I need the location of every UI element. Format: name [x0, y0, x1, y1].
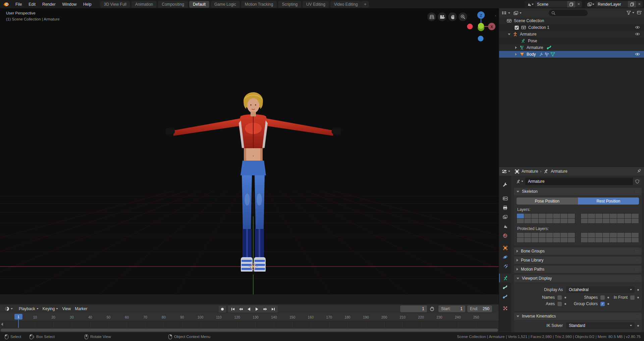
layer-cell[interactable] [625, 219, 632, 223]
expand-arrow[interactable] [508, 34, 511, 35]
timeline-view-menu[interactable]: View [60, 305, 73, 312]
layer-cell[interactable] [546, 238, 553, 242]
layer-cell[interactable] [531, 238, 538, 242]
layer-cell[interactable] [560, 233, 568, 237]
gizmo-x-neg[interactable] [467, 24, 473, 30]
outliner-row-scene-collection[interactable]: Scene Collection [499, 17, 644, 24]
layer-cell[interactable] [524, 219, 531, 223]
pan-view-button[interactable] [448, 12, 457, 21]
workspace-tab-3d-view-full[interactable]: 3D View Full [100, 1, 130, 8]
next-keyframe-button[interactable] [261, 306, 269, 312]
display-as-dropdown[interactable]: Octahedral [566, 286, 635, 293]
use-preview-range-toggle[interactable] [428, 305, 436, 312]
outliner-row-armature-object[interactable]: Armature [499, 31, 644, 38]
tab-object-data-armature[interactable] [499, 274, 511, 282]
layer-cell[interactable] [581, 214, 588, 218]
group-colors-checkbox[interactable]: ✓ [600, 302, 605, 306]
tab-output[interactable] [499, 203, 511, 212]
prev-keyframe-button[interactable] [237, 306, 245, 312]
fake-user-shield-button[interactable] [633, 178, 642, 185]
menu-edit[interactable]: Edit [25, 1, 39, 8]
layer-cell[interactable] [560, 238, 568, 242]
renderlayer-remove-button[interactable]: ✕ [636, 1, 643, 7]
layer-cell[interactable] [581, 233, 588, 237]
outliner-row-collection-1[interactable]: Collection 1 [499, 24, 644, 31]
layer-cell[interactable] [625, 238, 632, 242]
tab-physics[interactable] [499, 253, 511, 262]
layer-cell[interactable] [617, 219, 624, 223]
animate-dot[interactable] [637, 289, 639, 291]
jump-to-start-button[interactable] [229, 306, 236, 312]
names-checkbox[interactable] [557, 295, 562, 300]
new-collection-button[interactable] [637, 10, 642, 15]
jump-to-end-button[interactable] [269, 306, 277, 312]
layer-cell[interactable] [588, 214, 595, 218]
blender-logo[interactable] [3, 2, 9, 7]
layer-cell[interactable] [568, 233, 575, 237]
layer-cell[interactable] [539, 214, 546, 218]
workspace-tab-video-editing[interactable]: Video Editing [330, 1, 362, 8]
outliner-row-armature-data[interactable]: Armature [499, 44, 644, 51]
layer-cell[interactable] [625, 233, 632, 237]
tab-render[interactable] [499, 194, 511, 203]
workspace-tab-game-logic[interactable]: Game Logic [211, 1, 240, 8]
tab-object[interactable] [499, 243, 511, 252]
tab-view-layer[interactable] [499, 213, 511, 221]
origin-3d-cursor[interactable] [248, 261, 259, 272]
timeline-editor-type-dropdown[interactable] [3, 305, 15, 312]
layer-cell[interactable] [546, 219, 553, 223]
outliner-filter-source-dropdown[interactable] [513, 10, 522, 16]
menu-render[interactable]: Render [39, 1, 59, 8]
layer-cell[interactable] [524, 214, 531, 218]
layer-cell[interactable] [517, 214, 524, 218]
tab-tool[interactable] [499, 180, 511, 189]
pose-position-button[interactable]: Pose Position [517, 197, 578, 205]
scene-selector[interactable]: Scene ✕ [525, 1, 582, 7]
expand-arrow[interactable] [515, 46, 517, 49]
frame-start-field[interactable]: Start:1 [438, 305, 465, 312]
layer-cell[interactable] [517, 238, 524, 242]
play-reverse-button[interactable] [245, 306, 253, 312]
panel-pose-library-header[interactable]: Pose Library ::: [514, 257, 642, 264]
properties-editor-type-dropdown[interactable] [502, 169, 510, 174]
layer-cell[interactable] [539, 238, 546, 242]
timeline-track[interactable] [0, 321, 499, 328]
layer-cell[interactable] [595, 233, 602, 237]
timeline-ruler[interactable]: 1020304050607080901001101201301401501601… [0, 313, 499, 321]
workspace-tab-motion-tracking[interactable]: Motion Tracking [241, 1, 277, 8]
layer-cell[interactable] [603, 214, 610, 218]
layer-cell[interactable] [539, 219, 546, 223]
layer-cell[interactable] [568, 219, 575, 223]
tab-scene[interactable] [499, 222, 511, 231]
layer-cell[interactable] [588, 219, 595, 223]
layer-cell[interactable] [517, 233, 524, 237]
layer-cell[interactable] [546, 214, 553, 218]
layer-cell[interactable] [524, 233, 531, 237]
rest-position-button[interactable]: Rest Position [578, 197, 639, 205]
layer-cell[interactable] [553, 214, 560, 218]
play-button[interactable] [253, 306, 261, 312]
layer-cell[interactable] [595, 238, 602, 242]
panel-bone-groups-header[interactable]: Bone Groups ::: [514, 247, 642, 255]
tab-object-constraints[interactable] [499, 262, 511, 271]
tab-world[interactable] [499, 231, 511, 240]
in-front-checkbox[interactable] [630, 295, 635, 300]
workspace-tab-default[interactable]: Default [189, 1, 209, 8]
scene-unlink-button[interactable]: ✕ [575, 1, 582, 7]
panel-viewport-display-header[interactable]: Viewport Display ::: [514, 275, 642, 282]
layer-cell[interactable] [603, 238, 610, 242]
outliner-search-input[interactable] [549, 10, 588, 16]
layer-cell[interactable] [568, 214, 575, 218]
layer-cell[interactable] [617, 238, 624, 242]
layer-cell[interactable] [632, 233, 639, 237]
layer-cell[interactable] [588, 233, 595, 237]
frame-end-field[interactable]: End:250 [467, 305, 492, 312]
outliner-filter-dropdown[interactable] [627, 10, 634, 15]
renderlayer-name[interactable]: RenderLayer [596, 2, 628, 7]
layer-cell[interactable] [553, 238, 560, 242]
breadcrumb-data[interactable]: Armature [551, 169, 567, 174]
layer-cell[interactable] [531, 219, 538, 223]
layer-cell[interactable] [581, 219, 588, 223]
layer-cell[interactable] [588, 238, 595, 242]
outliner-row-body[interactable]: Body [499, 51, 644, 58]
